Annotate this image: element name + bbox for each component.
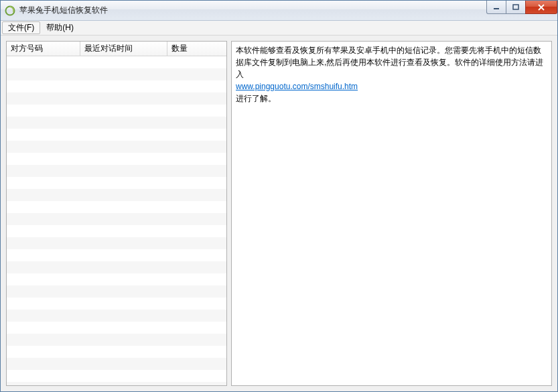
conversation-list-panel: 对方号码 最近对话时间 数量: [6, 41, 227, 386]
title-bar[interactable]: 苹果兔手机短信恢复软件: [1, 1, 557, 21]
minimize-button[interactable]: [486, 1, 506, 14]
col-count[interactable]: 数量: [167, 42, 226, 56]
client-area: 对方号码 最近对话时间 数量 本软件能够查看及恢复所有苹果及安卓手机中的短信记录…: [1, 36, 557, 391]
info-text-part2: 进行了解。: [236, 92, 547, 105]
menu-file[interactable]: 文件(F): [2, 21, 40, 34]
close-button[interactable]: [525, 1, 557, 14]
col-last-time[interactable]: 最近对话时间: [80, 42, 167, 56]
app-icon: [5, 5, 15, 16]
minimize-icon: [493, 5, 500, 10]
col-phone-number[interactable]: 对方号码: [7, 42, 80, 56]
menu-bar: 文件(F) 帮助(H): [1, 21, 557, 36]
info-text-part1: 本软件能够查看及恢复所有苹果及安卓手机中的短信记录。您需要先将手机中的短信数据库…: [236, 44, 547, 80]
maximize-icon: [512, 4, 519, 11]
table-body[interactable]: [7, 56, 226, 385]
window-controls: [487, 1, 557, 14]
maximize-button[interactable]: [506, 1, 526, 14]
menu-help[interactable]: 帮助(H): [40, 21, 80, 35]
close-icon: [537, 4, 545, 11]
info-link[interactable]: www.pingguotu.com/smshuifu.htm: [236, 80, 547, 92]
svg-rect-1: [494, 8, 499, 9]
info-panel: 本软件能够查看及恢复所有苹果及安卓手机中的短信记录。您需要先将手机中的短信数据库…: [231, 41, 552, 386]
svg-rect-2: [513, 5, 518, 9]
window-title: 苹果兔手机短信恢复软件: [19, 5, 108, 16]
table-header: 对方号码 最近对话时间 数量: [7, 42, 226, 56]
app-window: 苹果兔手机短信恢复软件 文件(F) 帮助(H) 对方号码 最近对话时间: [0, 0, 558, 392]
